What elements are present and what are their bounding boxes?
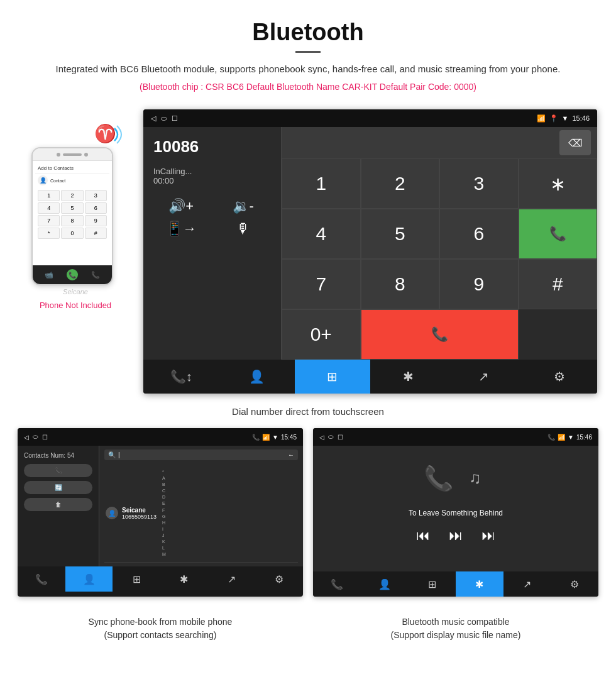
dial-key-4[interactable]: 4	[282, 209, 361, 259]
cnav-transfer-icon[interactable]: ↗	[208, 566, 256, 592]
status-time: 15:46	[572, 114, 590, 122]
nav-contacts-icon[interactable]: 👤	[219, 360, 294, 394]
phone-top-bar	[33, 148, 112, 161]
nav-settings-icon[interactable]: ⚙	[522, 360, 597, 394]
play-pause-button[interactable]: ⏭	[449, 527, 463, 544]
call-button[interactable]: 📞	[519, 209, 598, 259]
contacts-signal-icon: 📶	[262, 434, 270, 441]
contacts-bottom-nav: 📞 👤 ⊞ ✱ ↗ ⚙	[18, 566, 303, 592]
dial-key-8[interactable]: 8	[361, 259, 440, 309]
phone-key-star[interactable]: *	[38, 228, 60, 239]
phone-left-panel: 10086 InCalling... 00:00 🔊+ 🔉- 📱→ 🎙	[143, 127, 282, 360]
nav-dialpad-icon[interactable]: ⊞	[295, 360, 370, 394]
page-header: Bluetooth Integrated with BC6 Bluetooth …	[0, 0, 616, 109]
search-icon: 🔍	[108, 451, 116, 458]
music-body: 📞 ♫ To Leave Something Behind ⏮ ⏭ ⏭	[313, 446, 598, 571]
square-icon: ☐	[172, 114, 178, 123]
cnav-bluetooth-icon[interactable]: ✱	[160, 566, 208, 592]
cnav-phone-icon[interactable]: 📞	[18, 566, 65, 592]
delete-action-button[interactable]: 🗑	[24, 498, 92, 511]
phone-bottom-bar: 📹 📞 📞	[33, 265, 112, 284]
dial-key-star[interactable]: ∗	[519, 158, 598, 209]
music-square-icon: ☐	[338, 434, 343, 441]
contacts-time: 15:45	[281, 434, 297, 441]
music-home-icon: ⬭	[328, 433, 334, 441]
dialpad-grid: 1 2 3 ∗ 4 5 6 📞 7 8 9 # 0+ 📞	[282, 158, 597, 360]
phone-not-included-label: Phone Not Included	[19, 301, 132, 310]
status-left: ◁ ⬭ ☐	[151, 114, 178, 123]
phone-key-6[interactable]: 6	[85, 202, 107, 214]
contacts-status-left: ◁ ⬭ ☐	[24, 433, 48, 441]
page-description: Integrated with BC6 Bluetooth module, su…	[25, 62, 591, 77]
microphone-icon[interactable]: 🎙	[216, 221, 272, 237]
svg-text:♈: ♈	[94, 123, 116, 144]
backspace-button[interactable]: ⌫	[559, 130, 591, 155]
dial-key-5[interactable]: 5	[361, 209, 440, 259]
nav-phone-icon[interactable]: 📞↕	[143, 360, 219, 394]
volume-up-icon[interactable]: 🔊+	[153, 198, 209, 214]
dial-key-3[interactable]: 3	[439, 158, 519, 209]
phone-key-5[interactable]: 5	[61, 202, 83, 214]
phone-key-3[interactable]: 3	[85, 190, 107, 201]
mnav-dialpad-icon[interactable]: ⊞	[408, 571, 456, 597]
search-cursor: |	[118, 451, 120, 458]
cnav-contacts-icon[interactable]: 👤	[65, 566, 113, 592]
contacts-count: Contacts Num: 54	[24, 452, 92, 459]
nav-transfer-icon[interactable]: ↗	[446, 360, 521, 394]
right-caption: Bluetooth music compatible (Support disp…	[313, 615, 598, 642]
contact-list-item[interactable]: 👤 Seicane 10655059113 * A B C D E F G	[104, 464, 298, 563]
dial-key-7[interactable]: 7	[282, 259, 361, 309]
dial-key-2[interactable]: 2	[361, 158, 440, 209]
bottom-nav: 📞↕ 👤 ⊞ ✱ ↗ ⚙	[143, 360, 597, 394]
dial-key-6[interactable]: 6	[439, 209, 519, 259]
back-arrow-icon: ◁	[151, 114, 156, 123]
mnav-settings-icon[interactable]: ⚙	[551, 571, 598, 597]
phone-mock: ♈ Add to Contacts 👤 Contact	[31, 147, 119, 295]
dial-key-9[interactable]: 9	[439, 259, 519, 309]
dial-key-0plus[interactable]: 0+	[282, 309, 361, 360]
hangup-button[interactable]: 📞	[361, 309, 519, 360]
contacts-status-right: 📞 📶 ▼ 15:45	[252, 434, 297, 441]
phone-key-9[interactable]: 9	[85, 215, 107, 226]
mnav-bluetooth-icon[interactable]: ✱	[456, 571, 503, 597]
phone-key-hash[interactable]: #	[85, 228, 107, 239]
contact-details: Seicane 10655059113	[122, 507, 157, 520]
contacts-back-icon: ◁	[24, 434, 29, 441]
calling-status: InCalling...	[153, 167, 271, 176]
volume-down-icon[interactable]: 🔉-	[216, 198, 272, 214]
music-bottom-nav: 📞 👤 ⊞ ✱ ↗ ⚙	[313, 571, 598, 597]
left-caption: Sync phone-book from mobile phone (Suppo…	[18, 615, 303, 642]
phone-key-0[interactable]: 0	[61, 228, 83, 239]
search-bar[interactable]: 🔍 | ←	[104, 450, 298, 460]
svg-text:📞: 📞	[424, 464, 454, 493]
phone-controls: 🔊+ 🔉- 📱→ 🎙	[153, 198, 271, 237]
nav-bluetooth-icon[interactable]: ✱	[370, 360, 446, 394]
phone-key-7[interactable]: 7	[38, 215, 60, 226]
phone-key-8[interactable]: 8	[61, 215, 83, 226]
cnav-dialpad-icon[interactable]: ⊞	[113, 566, 160, 592]
transfer-call-icon[interactable]: 📱→	[153, 221, 209, 237]
cnav-settings-icon[interactable]: ⚙	[255, 566, 303, 592]
phone-camera-dot	[57, 153, 60, 157]
previous-track-button[interactable]: ⏮	[416, 527, 430, 544]
phone-contact-icon: 👤	[38, 175, 48, 185]
phone-sensor-dot	[84, 153, 88, 157]
mnav-phone-icon[interactable]: 📞	[313, 571, 361, 597]
dial-key-1[interactable]: 1	[282, 158, 361, 209]
music-wifi-icon: ▼	[568, 434, 574, 441]
dialpad-input-row: ⌫	[282, 127, 597, 158]
contacts-phone-icon: 📞	[252, 434, 260, 441]
mnav-contacts-icon[interactable]: 👤	[361, 571, 409, 597]
phone-contact-item: 👤 Contact	[35, 174, 109, 187]
phone-key-1[interactable]: 1	[38, 190, 60, 201]
phone-key-4[interactable]: 4	[38, 202, 60, 214]
mnav-transfer-icon[interactable]: ↗	[503, 571, 551, 597]
refresh-action-button[interactable]: 🔄	[24, 481, 92, 494]
next-track-button[interactable]: ⏭	[481, 527, 495, 544]
call-action-button[interactable]: 📞	[24, 464, 92, 477]
music-status-left: ◁ ⬭ ☐	[319, 433, 343, 441]
page-title: Bluetooth	[25, 19, 591, 46]
dial-key-hash[interactable]: #	[519, 259, 598, 309]
phone-key-2[interactable]: 2	[61, 190, 83, 201]
phone-call-button[interactable]: 📞	[67, 269, 78, 280]
